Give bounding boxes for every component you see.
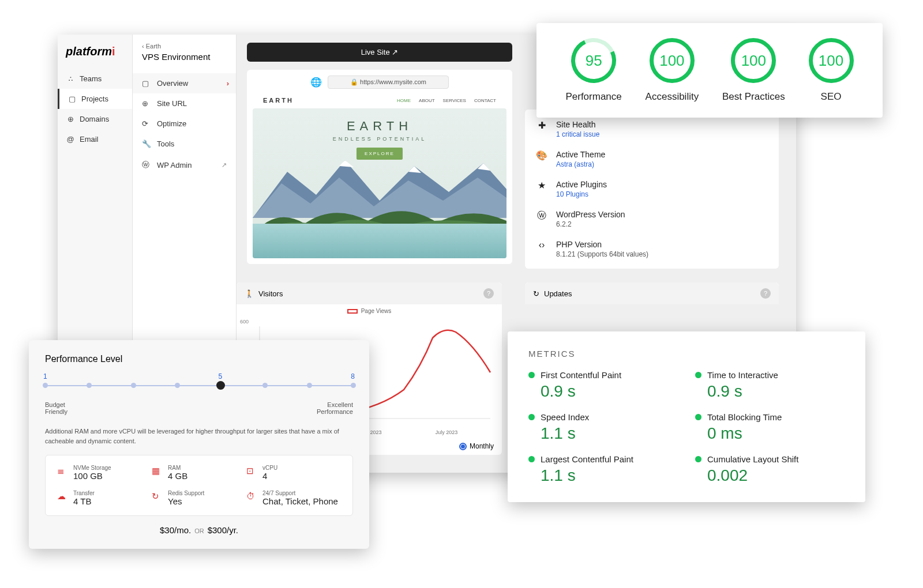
slider-thumb[interactable] — [216, 381, 225, 390]
slider-tick — [43, 383, 48, 388]
chart-legend: Page Views — [237, 304, 502, 318]
monthly-radio[interactable]: Monthly — [459, 442, 494, 450]
info-wordpress-version: ⓦWordPress Version6.2.2 — [525, 204, 779, 234]
spec-value: 4 — [262, 471, 277, 481]
info-active-plugins: ★Active Plugins10 Plugins — [525, 174, 779, 204]
url-bar[interactable]: 🔒 https://www.mysite.com — [328, 76, 449, 89]
updates-card: ↻Updates? — [525, 282, 779, 304]
slider-tick — [351, 383, 356, 388]
spec-value: Chat, Ticket, Phone — [262, 496, 338, 506]
metric-first-contentful-paint: First Contentful Paint0.9 s — [528, 370, 678, 401]
nav-label: Email — [80, 135, 99, 144]
subnav-label: Tools — [157, 140, 174, 148]
breadcrumb[interactable]: ‹ Earth — [142, 43, 227, 50]
explore-button[interactable]: EXPLORE — [357, 148, 403, 160]
subnav-site-url[interactable]: ⊕Site URL — [133, 93, 236, 114]
info-active-theme: 🎨Active ThemeAstra (astra) — [525, 144, 779, 174]
subnav-optimize[interactable]: ⟳Optimize — [133, 114, 236, 134]
slider-tick — [87, 383, 92, 388]
metric-key: First Contentful Paint — [528, 370, 678, 380]
spec-icon: ↻ — [152, 491, 162, 502]
metric-largest-contentful-paint: Largest Contentful Paint1.1 s — [528, 454, 678, 485]
metric-value: 1.1 s — [541, 466, 678, 485]
metric-speed-index: Speed Index1.1 s — [528, 412, 678, 443]
status-dot-icon — [695, 414, 701, 420]
metric-time-to-interactive: Time to Interactive0.9 s — [695, 370, 845, 401]
site-link-home[interactable]: HOME — [397, 98, 411, 103]
subnav-wp-admin[interactable]: ⓦWP Admin↗ — [133, 154, 236, 176]
logo: platformi — [58, 35, 132, 69]
score-ring: 100 — [809, 38, 854, 83]
slider-right-label: Excellent Performance — [307, 401, 353, 415]
globe-icon: 🌐 — [310, 77, 322, 88]
metric-value: 0.9 s — [541, 382, 678, 401]
metric-key: Time to Interactive — [695, 370, 845, 380]
subnav-tools[interactable]: 🔧Tools — [133, 134, 236, 154]
lighthouse-scores: 95Performance100Accessibility100Best Pra… — [536, 23, 883, 118]
price-row: $30/mo.OR$300/yr. — [45, 516, 353, 535]
spec-value: 4 TB — [73, 496, 95, 506]
metric-key: Total Blocking Time — [695, 412, 845, 422]
info-icon: ★ — [535, 180, 548, 191]
subnav-label: Site URL — [157, 99, 187, 108]
hero-title: EARTH — [253, 119, 506, 134]
y-axis-label: 600 — [240, 319, 249, 325]
nav-projects[interactable]: ▢Projects — [58, 89, 132, 109]
metric-value: 0 ms — [707, 424, 845, 443]
spec-value: 4 GB — [168, 471, 187, 481]
subnav-overview[interactable]: ▢Overview — [133, 73, 236, 93]
visitors-title: Visitors — [258, 289, 283, 298]
score-accessibility: 100Accessibility — [646, 38, 699, 103]
svg-marker-3 — [408, 166, 421, 173]
slider-left-label: Budget Friendly — [45, 401, 91, 415]
info-icon: 🎨 — [535, 150, 548, 161]
nav-email[interactable]: @Email — [58, 129, 132, 149]
help-icon[interactable]: ? — [760, 288, 771, 299]
external-icon: ↗ — [222, 161, 227, 169]
live-site-button[interactable]: Live Site ↗ — [247, 43, 512, 62]
info-value[interactable]: Astra (astra) — [556, 160, 605, 168]
status-dot-icon — [528, 372, 535, 378]
score-label: Best Practices — [722, 91, 785, 103]
info-value[interactable]: 10 Plugins — [556, 190, 607, 198]
info-value: 8.1.21 (Supports 64bit values) — [556, 250, 648, 258]
score-ring: 95 — [565, 32, 622, 89]
icon: ▢ — [142, 79, 151, 88]
spec-ram: ▦RAM4 GB — [152, 465, 246, 481]
metric-value: 1.1 s — [541, 424, 678, 443]
domains-icon: ⊕ — [66, 115, 75, 123]
score-seo: 100SEO — [809, 38, 854, 103]
spec-transfer: ☁Transfer4 TB — [57, 490, 152, 506]
spec-redis-support: ↻Redis SupportYes — [152, 490, 246, 506]
perf-slider[interactable]: 1 5 8 — [45, 375, 353, 398]
info-value: 6.2.2 — [556, 220, 625, 228]
help-icon[interactable]: ? — [483, 288, 494, 299]
site-link-contact[interactable]: CONTACT — [474, 98, 496, 103]
slider-tick — [262, 383, 268, 388]
projects-icon: ▢ — [67, 95, 77, 103]
hero-sub: ENDLESS POTENTIAL — [253, 136, 506, 142]
teams-icon: ⛬ — [66, 74, 75, 83]
nav-domains[interactable]: ⊕Domains — [58, 109, 132, 129]
slider-max: 8 — [351, 372, 355, 380]
spec-key: vCPU — [262, 465, 277, 471]
person-icon: 🚶 — [245, 289, 254, 298]
site-link-services[interactable]: SERVICES — [443, 98, 466, 103]
status-dot-icon — [695, 456, 701, 462]
slider-tick — [175, 383, 180, 388]
info-label: PHP Version — [556, 240, 648, 249]
info-value[interactable]: 1 critical issue — [556, 130, 599, 138]
nav-label: Teams — [80, 74, 102, 83]
icon: ⊕ — [142, 99, 151, 108]
metric-key: Speed Index — [528, 412, 678, 422]
email-icon: @ — [66, 135, 75, 144]
slider-tick — [131, 383, 136, 388]
spec-icon: ⊡ — [246, 466, 257, 476]
site-link-about[interactable]: ABOUT — [419, 98, 435, 103]
nav-teams[interactable]: ⛬Teams — [58, 69, 132, 89]
refresh-icon: ↻ — [533, 289, 539, 298]
site-info-card: ✚Site Health1 critical issue🎨Active Them… — [525, 110, 779, 269]
site-preview: 🌐 🔒 https://www.mysite.com EARTH HOMEABO… — [247, 70, 512, 264]
spec-icon: ⏱ — [246, 491, 257, 501]
subnav-label: WP Admin — [157, 161, 192, 169]
